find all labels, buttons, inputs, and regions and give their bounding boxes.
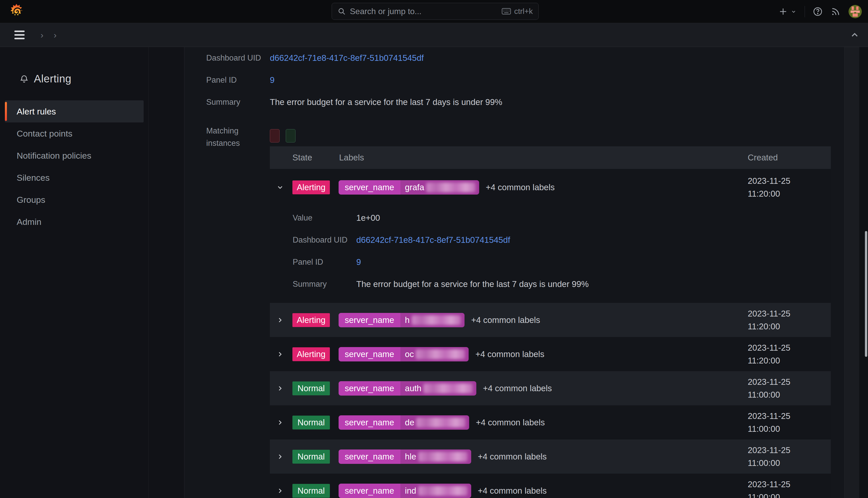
scrollbar[interactable] xyxy=(859,47,868,498)
sidebar-item-notification-policies[interactable]: Notification policies xyxy=(5,145,144,167)
label-value: ind xyxy=(401,484,471,498)
created-cell: 2023-11-25 11:20:00 xyxy=(748,174,790,200)
field-label: Summary xyxy=(293,279,356,289)
matching-instances-section: Matching instances State Labels Created … xyxy=(185,125,844,498)
burger-icon xyxy=(14,30,25,32)
table-row: Normal server_name auth +4 common labels… xyxy=(270,371,831,405)
created-time: 11:20:00 xyxy=(748,187,790,200)
field-value: 1e+00 xyxy=(356,213,380,223)
field-row: Summary The error budget for a service f… xyxy=(293,273,831,295)
created-cell: 2023-11-25 11:00:00 xyxy=(748,444,790,470)
table-row: Normal server_name ind +4 common labels … xyxy=(270,474,831,498)
created-date: 2023-11-25 xyxy=(748,341,790,354)
user-avatar[interactable] xyxy=(849,5,862,18)
common-labels-text: +4 common labels xyxy=(475,349,544,359)
label-value-text: ind xyxy=(405,486,416,496)
table-row: Normal server_name hle +4 common labels … xyxy=(270,440,831,474)
bell-icon xyxy=(19,74,29,83)
common-labels-text: +4 common labels xyxy=(476,418,545,428)
chevron-right-icon xyxy=(276,316,284,324)
search-shortcut: ctrl+k xyxy=(502,7,533,16)
label-value-text: de xyxy=(405,418,415,428)
chevron-right-icon xyxy=(276,350,284,358)
label-pill: server_name oc xyxy=(339,347,469,362)
created-time: 11:00:00 xyxy=(748,457,790,470)
chevron-right-icon xyxy=(276,419,284,427)
help-button[interactable] xyxy=(813,4,823,19)
created-date: 2023-11-25 xyxy=(748,478,790,491)
chevron-right-icon xyxy=(276,384,284,392)
sidebar-item-contact-points[interactable]: Contact points xyxy=(5,122,144,145)
scrollbar-thumb[interactable] xyxy=(865,231,867,357)
sidebar-title-label: Alerting xyxy=(34,73,71,85)
grafana-logo-icon[interactable] xyxy=(9,4,24,19)
normal-chip xyxy=(286,129,296,143)
label-value-text: grafa xyxy=(405,183,424,192)
label-value-text: hle xyxy=(405,452,416,461)
firing-chip xyxy=(270,129,280,143)
sidebar-item-silences[interactable]: Silences xyxy=(5,167,144,189)
row-expand-button[interactable] xyxy=(273,484,287,497)
row-expand-button[interactable] xyxy=(273,450,287,463)
created-cell: 2023-11-25 11:20:00 xyxy=(748,341,790,367)
label-value-text: h xyxy=(405,315,410,325)
top-nav: ctrl+k xyxy=(0,0,868,23)
sidebar-title: Alerting xyxy=(19,73,149,85)
sidebar-item-groups[interactable]: Groups xyxy=(5,189,144,211)
redacted-blur xyxy=(426,183,476,192)
collapse-search-bar-button[interactable] xyxy=(849,29,860,41)
label-key: server_name xyxy=(339,449,401,464)
state-badge: Alerting xyxy=(293,181,330,194)
sidebar: Alerting Alert rules Contact points Noti… xyxy=(0,47,149,498)
breadcrumb-separator: › xyxy=(41,30,43,40)
common-labels-text: +4 common labels xyxy=(483,383,552,393)
table-header: State Labels Created xyxy=(270,146,831,169)
state-badge: Alerting xyxy=(293,313,330,327)
breadcrumb-separator: › xyxy=(54,30,56,40)
sidebar-item-alert-rules[interactable]: Alert rules xyxy=(5,100,144,122)
sidebar-item-admin[interactable]: Admin xyxy=(5,211,144,233)
label-key: server_name xyxy=(339,415,401,430)
label-pill: server_name ind xyxy=(339,484,471,498)
state-badge: Normal xyxy=(293,381,330,395)
row-expand-button[interactable] xyxy=(273,382,287,395)
redacted-blur xyxy=(418,486,467,496)
active-accent-bar xyxy=(5,102,7,121)
row-main: Alerting server_name oc +4 common labels… xyxy=(270,347,831,362)
row-expand-button[interactable] xyxy=(273,416,287,429)
label-key: server_name xyxy=(339,381,401,396)
sidebar-item-label: Silences xyxy=(17,173,50,183)
row-expand-button[interactable] xyxy=(273,313,287,327)
redacted-blur xyxy=(423,383,473,393)
instances-table-body: Alerting server_name grafa +4 common lab… xyxy=(270,169,831,498)
column-header-state: State xyxy=(293,146,312,169)
create-button[interactable] xyxy=(778,4,797,19)
created-date: 2023-11-25 xyxy=(748,174,790,187)
field-value: d66242cf-71e8-417c-8ef7-51b0741545df xyxy=(356,235,510,245)
label-value: de xyxy=(401,415,470,430)
column-header-labels: Labels xyxy=(339,146,364,169)
breadcrumb-bar: ›› xyxy=(0,23,868,47)
common-labels-text: +4 common labels xyxy=(478,486,547,496)
alert-rule-detail-pane: Dashboard UID d66242cf-71e8-417c-8ef7-51… xyxy=(184,47,845,498)
row-expand-button[interactable] xyxy=(273,348,287,361)
created-date: 2023-11-25 xyxy=(748,307,790,320)
redacted-blur xyxy=(416,418,465,428)
field-row: Panel ID 9 xyxy=(293,251,831,273)
label-key: server_name xyxy=(339,180,401,195)
created-cell: 2023-11-25 11:00:00 xyxy=(748,376,790,401)
field-row: Summary The error budget for a service f… xyxy=(206,91,844,113)
search-input[interactable] xyxy=(350,7,498,16)
field-value: The error budget for a service for the l… xyxy=(270,97,502,107)
row-expand-button[interactable] xyxy=(273,181,287,194)
news-button[interactable] xyxy=(830,4,841,19)
table-row: Normal server_name de +4 common labels 2… xyxy=(270,405,831,440)
menu-toggle-button[interactable] xyxy=(14,30,25,39)
label-pill: server_name hle xyxy=(339,449,471,464)
breadcrumb: ›› xyxy=(36,30,62,40)
state-badge: Alerting xyxy=(293,347,330,361)
label-pill: server_name auth xyxy=(339,381,476,396)
field-value: 9 xyxy=(356,257,361,267)
chevron-right-icon xyxy=(276,487,284,495)
sidebar-item-label: Groups xyxy=(17,195,45,205)
